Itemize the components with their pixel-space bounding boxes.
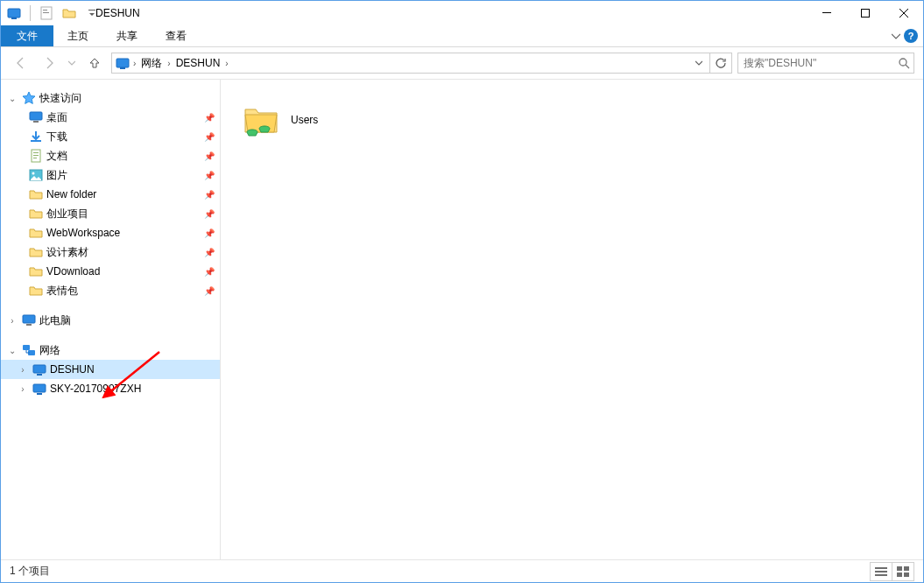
close-button[interactable] [885,1,923,25]
svg-rect-20 [26,324,32,326]
tree-label: 图片 [46,168,201,183]
qat-separator [30,5,31,21]
content-pane[interactable]: Users [221,80,923,559]
svg-rect-30 [875,574,887,576]
explorer-window: DESHUN 文件 主页 共享 查看 ? [0,0,924,583]
status-bar: 1 个项目 [1,559,923,582]
shared-folder-icon [242,101,280,139]
chevron-right-icon[interactable]: › [225,59,228,68]
tree-quick-access-item[interactable]: 表情包📌 [1,281,220,300]
svg-rect-10 [30,112,42,120]
icons-view-button[interactable] [892,562,914,581]
breadcrumb-label: DESHUN [176,57,221,69]
tree-quick-access-item[interactable]: 图片📌 [1,165,220,185]
address-bar[interactable]: › 网络 › DESHUN › [111,53,732,74]
navigation-pane[interactable]: ⌄ 快速访问 桌面📌下载📌文档📌图片📌New folder📌创业项目📌WebWo… [1,80,221,559]
ribbon-share-tab[interactable]: 共享 [102,25,152,46]
ribbon-file-label: 文件 [17,29,38,44]
computer-icon [32,382,46,396]
refresh-button[interactable] [710,53,731,73]
svg-rect-24 [37,374,42,376]
svg-rect-16 [33,158,37,158]
ribbon-file-tab[interactable]: 文件 [1,25,53,46]
minimize-button[interactable] [808,1,846,25]
pin-icon: 📌 [204,228,215,238]
breadcrumb-deshun[interactable]: DESHUN [174,57,222,69]
chevron-right-icon[interactable]: › [167,59,170,68]
svg-rect-14 [33,152,39,153]
chevron-right-icon[interactable]: › [6,316,18,326]
pin-icon: 📌 [204,171,215,180]
chevron-right-icon[interactable]: › [17,365,29,375]
svg-rect-26 [37,393,42,395]
tree-network-computer[interactable]: ›SKY-20170907ZXH [1,379,220,398]
svg-rect-12 [31,140,41,142]
app-icon [4,4,24,23]
ribbon-home-tab[interactable]: 主页 [53,25,102,46]
tree-network-root[interactable]: ⌄ 网络 [1,341,220,360]
tree-network-group: ⌄ 网络 ›DESHUN›SKY-20170907ZXH [1,341,220,398]
tree-quick-access-item[interactable]: New folder📌 [1,185,220,204]
svg-rect-8 [120,67,125,69]
tree-quick-access-item[interactable]: 设计素材📌 [1,242,220,262]
pin-icon: 📌 [204,190,215,200]
tree-label: 快速访问 [39,91,215,106]
tree-quick-access-item[interactable]: VDownload📌 [1,262,220,281]
title-bar: DESHUN [1,1,923,25]
pin-icon: 📌 [204,209,215,219]
nav-forward-button[interactable] [38,52,60,74]
folder-icon [29,284,43,298]
svg-rect-4 [43,12,49,13]
svg-rect-31 [897,566,902,571]
search-box[interactable] [737,53,914,74]
svg-rect-19 [23,315,35,323]
tree-this-pc-root[interactable]: › 此电脑 [1,311,220,330]
svg-rect-34 [904,572,909,577]
qat-newfolder-button[interactable] [60,4,79,23]
search-icon[interactable] [898,57,910,69]
address-dropdown-button[interactable] [688,53,709,73]
tree-quick-access-item[interactable]: WebWorkspace📌 [1,223,220,242]
svg-rect-3 [43,10,47,11]
chevron-right-icon[interactable]: › [133,59,136,68]
tree-label: 设计素材 [46,245,201,260]
tree-quick-access-root[interactable]: ⌄ 快速访问 [1,88,220,108]
ribbon-view-tab[interactable]: 查看 [152,25,201,46]
svg-rect-25 [33,384,46,392]
tree-quick-access-item[interactable]: 下载📌 [1,127,220,146]
svg-rect-6 [862,10,870,18]
chevron-down-icon[interactable]: ⌄ [6,94,18,103]
svg-rect-28 [875,567,887,569]
ribbon-expand-button[interactable] [892,32,900,40]
breadcrumb-label: 网络 [141,56,162,71]
nav-back-button[interactable] [10,52,32,74]
qat-properties-button[interactable] [37,4,56,23]
network-icon [22,343,36,357]
tree-label: WebWorkspace [46,227,201,239]
nav-history-button[interactable] [66,52,78,74]
tree-quick-access-item[interactable]: 创业项目📌 [1,204,220,223]
nav-up-button[interactable] [83,52,106,74]
tree-quick-access-item[interactable]: 桌面📌 [1,108,220,127]
svg-rect-7 [116,59,129,67]
svg-rect-1 [11,18,17,19]
tree-label: 此电脑 [39,313,215,328]
chevron-right-icon[interactable]: › [17,384,29,394]
tree-network-computer[interactable]: ›DESHUN [1,360,220,379]
pin-icon: 📌 [204,286,215,296]
chevron-down-icon[interactable]: ⌄ [6,346,18,355]
pin-icon: 📌 [204,248,215,257]
search-input[interactable] [742,56,882,70]
window-controls [808,1,923,25]
tree-label: 文档 [46,149,201,164]
status-text: 1 个项目 [10,564,50,579]
folder-item-users[interactable]: Users [238,95,413,144]
breadcrumb-network[interactable]: 网络 [139,56,164,71]
maximize-button[interactable] [846,1,885,25]
pin-icon: 📌 [204,132,215,142]
svg-rect-15 [33,155,39,156]
help-button[interactable]: ? [904,29,918,43]
details-view-button[interactable] [870,562,892,581]
svg-point-18 [32,172,35,175]
tree-quick-access-item[interactable]: 文档📌 [1,146,220,165]
